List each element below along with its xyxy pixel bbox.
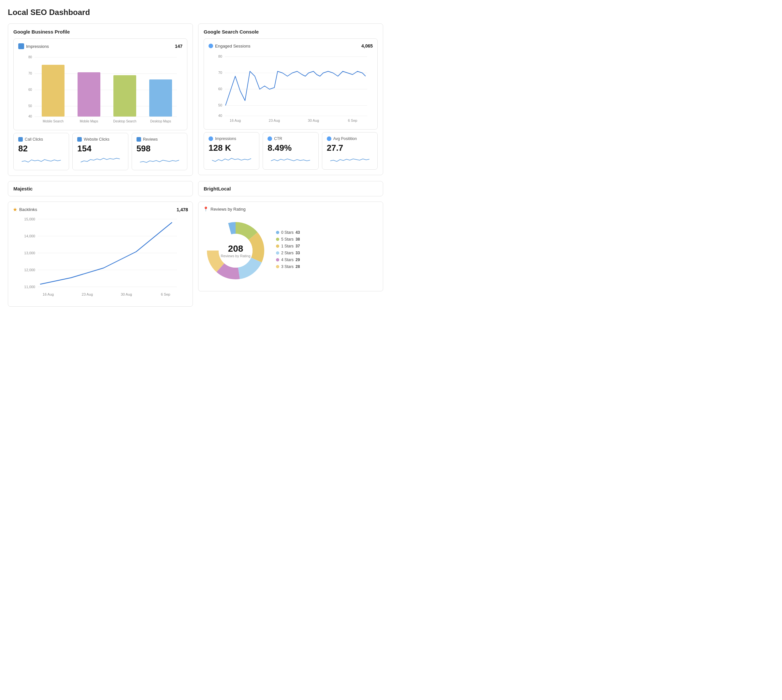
gsc-imp-value: 128 K	[209, 143, 254, 153]
gsc-imp-label: Impressions	[215, 137, 236, 141]
gbp-bar-chart-svg: 80 70 60 50 40 Mobile Search	[18, 52, 182, 124]
gbp-impressions-header: Impressions 147	[18, 43, 182, 49]
legend-item-2stars: 2 Stars 33	[276, 251, 300, 255]
majestic-backlinks-value: 1,478	[177, 207, 188, 212]
gsc-imp-icon	[209, 137, 213, 141]
svg-text:15,000: 15,000	[24, 217, 35, 221]
gbp-reviews-sparkline	[137, 155, 182, 165]
gsc-panel: Google Search Console Engaged Sessions 4…	[198, 23, 383, 175]
gbp-reviews-card: Reviews 598	[132, 133, 187, 170]
gbp-web-icon	[77, 137, 82, 142]
gsc-engaged-chart: Engaged Sessions 4,065 80 70 60 50 40	[204, 38, 378, 130]
svg-text:14,000: 14,000	[24, 234, 35, 238]
majestic-backlinks-header: ★ Backlinks 1,478	[13, 207, 188, 213]
svg-text:6 Sep: 6 Sep	[161, 292, 170, 296]
donut-center: 208 Reviews by Rating	[221, 243, 250, 258]
dashboard-grid: Google Business Profile Impressions 147 …	[8, 23, 383, 176]
svg-text:13,000: 13,000	[24, 251, 35, 255]
gsc-title: Google Search Console	[204, 29, 378, 35]
gbp-call-clicks-card: Call Clicks 82	[13, 133, 69, 170]
svg-text:80: 80	[28, 55, 32, 59]
gbp-call-sparkline	[18, 155, 64, 165]
gsc-impressions-card: Impressions 128 K	[204, 132, 259, 170]
gbp-impressions-value: 147	[175, 43, 182, 49]
svg-text:Mobile Maps: Mobile Maps	[80, 120, 99, 123]
gbp-website-clicks-card: Website Clicks 154	[72, 133, 128, 170]
svg-text:12,000: 12,000	[24, 268, 35, 272]
gsc-ctr-value: 8.49%	[267, 143, 313, 153]
svg-rect-12	[78, 72, 100, 117]
gsc-icon	[209, 43, 213, 48]
svg-text:40: 40	[218, 113, 222, 118]
gbp-call-icon	[18, 137, 23, 142]
gsc-pos-sparkline	[327, 154, 373, 164]
gbp-call-value: 82	[18, 143, 64, 154]
gsc-engaged-value: 4,065	[361, 43, 373, 48]
svg-text:Desktop Maps: Desktop Maps	[150, 120, 171, 123]
gsc-engaged-label: Engaged Sessions	[215, 43, 250, 48]
gsc-column: Google Search Console Engaged Sessions 4…	[198, 23, 383, 176]
gsc-ctr-label: CTR	[274, 137, 282, 141]
gbp-reviews-label: Reviews	[143, 137, 158, 142]
svg-text:23 Aug: 23 Aug	[269, 118, 280, 122]
gbp-impressions-label: Impressions	[26, 44, 49, 49]
majestic-backlinks-label: Backlinks	[19, 207, 37, 212]
majestic-column: Majestic ★ Backlinks 1,478 15,000 14,000…	[8, 181, 193, 307]
gsc-imp-sparkline	[209, 154, 254, 164]
gsc-ctr-icon	[267, 137, 272, 141]
legend-dot-1stars	[276, 245, 279, 248]
svg-text:30 Aug: 30 Aug	[308, 118, 319, 122]
gbp-panel: Google Business Profile Impressions 147 …	[8, 23, 193, 176]
gsc-line-chart-svg: 80 70 60 50 40 16 Aug 23 Aug 30 Aug 6 Se…	[209, 52, 373, 123]
legend-item-3stars: 3 Stars 28	[276, 264, 300, 269]
legend-dot-0stars	[276, 231, 279, 234]
donut-area: 208 Reviews by Rating 0 Stars 43 5 Stars…	[203, 215, 378, 287]
legend-dot-4stars	[276, 258, 279, 262]
svg-text:30 Aug: 30 Aug	[121, 292, 132, 296]
svg-rect-10	[42, 65, 65, 117]
gbp-web-sparkline	[77, 155, 123, 165]
legend-item-0stars: 0 Stars 43	[276, 230, 300, 235]
svg-text:70: 70	[28, 72, 32, 75]
donut-legend: 0 Stars 43 5 Stars 38 1 Stars 37	[276, 230, 300, 271]
brightlocal-reviews-label: Reviews by Rating	[211, 207, 246, 212]
gbp-metric-row: Call Clicks 82 Website Clicks 154	[13, 133, 187, 170]
donut-chart-wrap: 208 Reviews by Rating	[203, 218, 268, 283]
gsc-avgpos-card: Avg Positition 27.7	[322, 132, 378, 170]
gbp-icon	[18, 43, 24, 49]
brightlocal-reviews-chart: 📍 Reviews by Rating	[198, 202, 383, 292]
svg-text:70: 70	[218, 71, 222, 75]
svg-text:50: 50	[28, 104, 32, 108]
svg-rect-14	[114, 75, 136, 117]
gbp-column: Google Business Profile Impressions 147 …	[8, 23, 193, 176]
donut-total: 208	[221, 243, 250, 254]
svg-text:80: 80	[218, 54, 222, 58]
gbp-web-value: 154	[77, 143, 123, 154]
majestic-backlinks-chart: ★ Backlinks 1,478 15,000 14,000 13,000 1…	[8, 202, 193, 307]
svg-text:Mobile Search: Mobile Search	[43, 120, 63, 123]
svg-text:16 Aug: 16 Aug	[43, 292, 54, 296]
bottom-row: Majestic ★ Backlinks 1,478 15,000 14,000…	[8, 181, 383, 307]
gbp-impressions-chart: Impressions 147 80 70 60 50 40	[13, 38, 187, 130]
majestic-star-icon: ★	[13, 207, 17, 213]
legend-dot-5stars	[276, 238, 279, 241]
svg-text:11,000: 11,000	[24, 285, 35, 289]
brightlocal-title: BrightLocal	[198, 181, 383, 196]
brightlocal-reviews-header: 📍 Reviews by Rating	[203, 207, 378, 212]
gbp-title: Google Business Profile	[13, 29, 187, 35]
gsc-pos-icon	[327, 137, 331, 141]
majestic-title: Majestic	[8, 181, 193, 196]
legend-item-1stars: 1 Stars 37	[276, 244, 300, 248]
legend-item-4stars: 4 Stars 29	[276, 258, 300, 262]
svg-text:60: 60	[28, 88, 32, 92]
page-title: Local SEO Dashboard	[8, 8, 383, 17]
svg-text:Desktop Search: Desktop Search	[113, 120, 136, 123]
donut-center-label: Reviews by Rating	[221, 254, 250, 258]
svg-text:50: 50	[218, 103, 222, 107]
gbp-reviews-icon	[137, 137, 141, 142]
svg-text:23 Aug: 23 Aug	[82, 292, 93, 296]
svg-rect-16	[149, 80, 172, 117]
gsc-ctr-sparkline	[267, 154, 313, 164]
gsc-metric-row: Impressions 128 K CTR 8.49%	[204, 132, 378, 170]
gbp-web-label: Website Clicks	[84, 137, 109, 142]
